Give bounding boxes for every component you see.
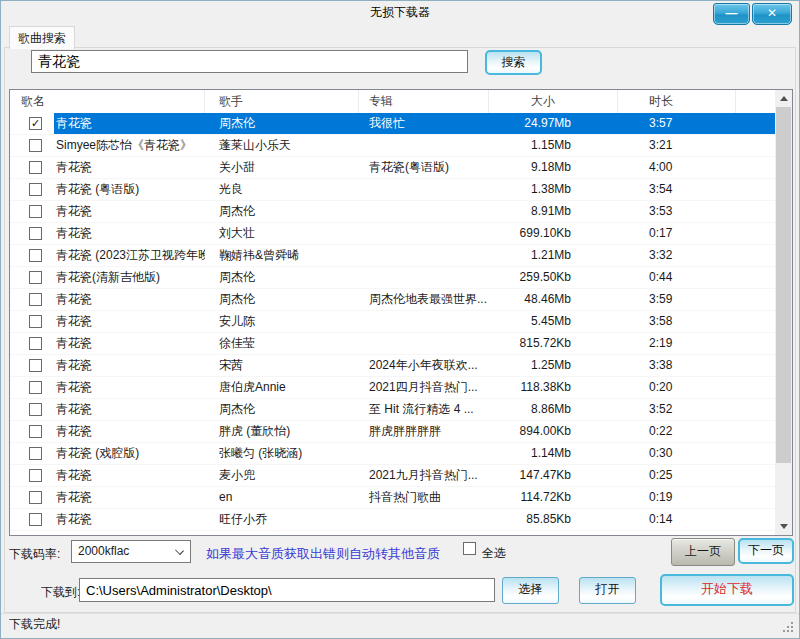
table-row[interactable]: 青花瓷 麦小兜 2021九月抖音热门... 147.47Kb 0:25: [10, 465, 775, 487]
minimize-button[interactable]: —: [713, 3, 750, 25]
row-main[interactable]: 青花瓷 en 抖音热门歌曲 114.72Kb 0:19: [54, 487, 775, 508]
table-row[interactable]: 青花瓷 胖虎 (董欣怡) 胖虎胖胖胖胖 894.00Kb 0:22: [10, 421, 775, 443]
table-row[interactable]: Simyee陈芯怡《青花瓷》 蓬莱山小乐天 1.15Mb 3:21: [10, 135, 775, 157]
header-song-name[interactable]: 歌名: [10, 90, 205, 113]
search-button[interactable]: 搜索: [485, 50, 542, 75]
cell-artist: 周杰伦&郎朗: [205, 531, 359, 535]
row-checkbox[interactable]: [29, 205, 42, 218]
table-row[interactable]: 青花瓷 周杰伦 至 Hit 流行精选 4 ... 8.86Mb 3:52: [10, 399, 775, 421]
table-row[interactable]: 青花瓷 刘大壮 699.10Kb 0:17: [10, 223, 775, 245]
table-row[interactable]: 青花瓷(清新吉他版) 周杰伦 259.50Kb 0:44: [10, 267, 775, 289]
row-checkbox[interactable]: ✓: [29, 117, 42, 130]
row-checkbox[interactable]: [29, 425, 42, 438]
row-main[interactable]: 青花瓷 唐伯虎Annie 2021四月抖音热门... 118.38Kb 0:20: [54, 377, 775, 398]
row-checkbox-zone: [10, 531, 54, 535]
select-all-checkbox[interactable]: [463, 542, 476, 555]
row-main[interactable]: 青花瓷 刘大壮 699.10Kb 0:17: [54, 223, 775, 244]
header-artist[interactable]: 歌手: [205, 90, 359, 113]
cell-artist: 刘大壮: [205, 223, 359, 244]
table-row[interactable]: ✓ 青花瓷 周杰伦 我很忙 24.97Mb 3:57: [10, 113, 775, 135]
destination-path-input[interactable]: [79, 578, 495, 602]
cell-duration: 3:53: [618, 201, 736, 222]
bitrate-select[interactable]: 2000kflac: [71, 540, 191, 563]
row-main[interactable]: 青花瓷 (戏腔版) 张曦匀 (张晓涵) 1.14Mb 0:30: [54, 443, 775, 464]
row-main[interactable]: Simyee陈芯怡《青花瓷》 蓬莱山小乐天 1.15Mb 3:21: [54, 135, 775, 156]
cell-artist: 周杰伦: [205, 399, 359, 420]
choose-folder-button[interactable]: 选择: [502, 577, 559, 604]
row-checkbox[interactable]: [29, 403, 42, 416]
search-input[interactable]: [31, 50, 468, 73]
row-checkbox[interactable]: [29, 161, 42, 174]
row-main[interactable]: 青花瓷 (2023江苏卫视跨年晚... 鞠婧祎&曾舜晞 1.21Mb 3:32: [54, 245, 775, 266]
table-row[interactable]: 青花瓷 (戏腔版) 张曦匀 (张晓涵) 1.14Mb 0:30: [10, 443, 775, 465]
chevron-down-icon: [175, 546, 184, 555]
row-checkbox[interactable]: [29, 293, 42, 306]
row-checkbox-zone: [10, 267, 54, 288]
scroll-down-button[interactable]: [775, 518, 792, 535]
cell-size: 1.14Mb: [489, 443, 618, 464]
row-main[interactable]: 青花瓷(清新吉他版) 周杰伦 259.50Kb 0:44: [54, 267, 775, 288]
tab-song-search[interactable]: 歌曲搜索: [9, 26, 75, 49]
cell-duration: 0:30: [618, 443, 736, 464]
row-checkbox[interactable]: [29, 491, 42, 504]
open-folder-button[interactable]: 打开: [579, 577, 636, 604]
title-bar[interactable]: 无损下载器 — ✕: [1, 1, 799, 25]
cell-artist: 旺仔小乔: [205, 509, 359, 530]
row-checkbox[interactable]: [29, 469, 42, 482]
row-main[interactable]: 青花瓷 宋茜 2024年小年夜联欢... 1.25Mb 3:38: [54, 355, 775, 376]
table-row[interactable]: 青花瓷 (2023江苏卫视跨年晚... 鞠婧祎&曾舜晞 1.21Mb 3:32: [10, 245, 775, 267]
table-row[interactable]: 青花瓷 关小甜 青花瓷(粤语版) 9.18Mb 4:00: [10, 157, 775, 179]
row-checkbox[interactable]: [29, 139, 42, 152]
row-checkbox[interactable]: [29, 513, 42, 526]
row-main[interactable]: 青花瓷 周杰伦 8.91Mb 3:53: [54, 201, 775, 222]
vertical-scrollbar[interactable]: [775, 90, 792, 535]
cell-album: [359, 135, 489, 156]
scroll-up-button[interactable]: [775, 90, 792, 107]
row-checkbox[interactable]: [29, 381, 42, 394]
next-page-button[interactable]: 下一页: [738, 538, 794, 564]
row-main[interactable]: 青花瓷 周杰伦 至 Hit 流行精选 4 ... 8.86Mb 3:52: [54, 399, 775, 420]
cell-song-name: 青花瓷: [54, 311, 205, 332]
table-row[interactable]: 青花瓷 旺仔小乔 85.85Kb 0:14: [10, 509, 775, 531]
header-size[interactable]: 大小: [489, 90, 618, 113]
start-download-button[interactable]: 开始下载: [660, 574, 794, 606]
row-main[interactable]: 青花瓷 安儿陈 5.45Mb 3:58: [54, 311, 775, 332]
cell-song-name: 青花瓷 (2023江苏卫视跨年晚...: [54, 245, 205, 266]
row-main[interactable]: 青花瓷 周杰伦 周杰伦地表最强世界... 48.46Mb 3:59: [54, 289, 775, 310]
row-checkbox[interactable]: [29, 359, 42, 372]
row-main[interactable]: 青花瓷 (2023嘉年华世界巡回... 周杰伦&郎朗 1.35Mb 3:53: [54, 531, 775, 535]
row-checkbox[interactable]: [29, 315, 42, 328]
row-main[interactable]: 青花瓷 周杰伦 我很忙 24.97Mb 3:57: [54, 113, 775, 134]
table-row[interactable]: 青花瓷 宋茜 2024年小年夜联欢... 1.25Mb 3:38: [10, 355, 775, 377]
header-duration[interactable]: 时长: [618, 90, 736, 113]
table-row[interactable]: 青花瓷 唐伯虎Annie 2021四月抖音热门... 118.38Kb 0:20: [10, 377, 775, 399]
row-main[interactable]: 青花瓷 胖虎 (董欣怡) 胖虎胖胖胖胖 894.00Kb 0:22: [54, 421, 775, 442]
row-checkbox[interactable]: [29, 337, 42, 350]
scrollbar-thumb[interactable]: [776, 107, 791, 463]
table-row[interactable]: 青花瓷 周杰伦 周杰伦地表最强世界... 48.46Mb 3:59: [10, 289, 775, 311]
table-row[interactable]: 青花瓷 en 抖音热门歌曲 114.72Kb 0:19: [10, 487, 775, 509]
resize-grip-icon[interactable]: [783, 622, 785, 624]
cell-size: 1.35Mb: [489, 531, 618, 535]
table-row[interactable]: 青花瓷 徐佳莹 815.72Kb 2:19: [10, 333, 775, 355]
row-checkbox[interactable]: [29, 183, 42, 196]
prev-page-button[interactable]: 上一页: [671, 538, 735, 566]
cell-size: 48.46Mb: [489, 289, 618, 310]
close-button[interactable]: ✕: [752, 3, 792, 25]
row-main[interactable]: 青花瓷 徐佳莹 815.72Kb 2:19: [54, 333, 775, 354]
row-main[interactable]: 青花瓷 关小甜 青花瓷(粤语版) 9.18Mb 4:00: [54, 157, 775, 178]
table-row[interactable]: 青花瓷 周杰伦 8.91Mb 3:53: [10, 201, 775, 223]
table-row[interactable]: 青花瓷 (2023嘉年华世界巡回... 周杰伦&郎朗 1.35Mb 3:53: [10, 531, 775, 535]
table-row[interactable]: 青花瓷 安儿陈 5.45Mb 3:58: [10, 311, 775, 333]
destination-label: 下载到:: [41, 584, 80, 601]
row-checkbox[interactable]: [29, 447, 42, 460]
header-album[interactable]: 专辑: [359, 90, 489, 113]
row-main[interactable]: 青花瓷 麦小兜 2021九月抖音热门... 147.47Kb 0:25: [54, 465, 775, 486]
cell-spacer: [736, 377, 775, 398]
table-row[interactable]: 青花瓷 (粤语版) 光良 1.38Mb 3:54: [10, 179, 775, 201]
row-main[interactable]: 青花瓷 (粤语版) 光良 1.38Mb 3:54: [54, 179, 775, 200]
row-checkbox[interactable]: [29, 271, 42, 284]
row-checkbox[interactable]: [29, 227, 42, 240]
row-main[interactable]: 青花瓷 旺仔小乔 85.85Kb 0:14: [54, 509, 775, 530]
row-checkbox[interactable]: [29, 249, 42, 262]
